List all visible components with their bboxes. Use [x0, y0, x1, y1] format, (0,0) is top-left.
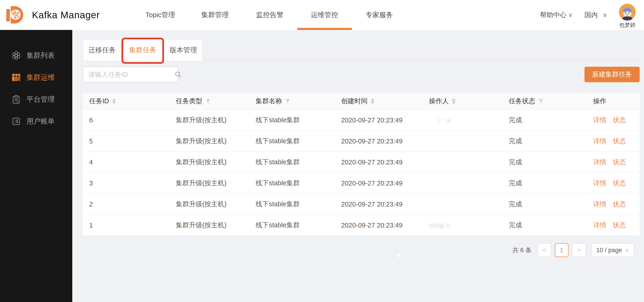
- nav-monitor-alert[interactable]: 监控告警: [242, 0, 297, 30]
- cell-task-status: 完成: [502, 116, 587, 125]
- cell-cluster-name: 线下stable集群: [249, 116, 335, 125]
- tab-migration-tasks[interactable]: 迁移任务: [83, 39, 122, 61]
- filter-icon[interactable]: [285, 99, 290, 104]
- table-row: 4 集群升级(按主机) 线下stable集群 2020-09-27 20:23:…: [83, 152, 640, 173]
- sidebar-item-user-billing[interactable]: 用户账单: [0, 110, 72, 132]
- cell-task-id: 2: [83, 201, 170, 208]
- cell-task-type: 集群升级(按主机): [170, 200, 249, 209]
- chevron-down-icon: ∨: [568, 12, 572, 19]
- sort-icon[interactable]: [371, 98, 374, 104]
- status-link[interactable]: 状态: [613, 179, 626, 188]
- app-title: Kafka Manager: [32, 10, 100, 21]
- column-header-task-status: 任务状态: [502, 97, 587, 106]
- detail-link[interactable]: 详情: [593, 116, 606, 125]
- cluster-tasks-table: 任务ID 任务类型 集群名称 创建时间 操作人: [83, 93, 640, 236]
- cell-task-id: 3: [83, 180, 170, 187]
- sidebar-item-cluster-list[interactable]: 集群列表: [0, 45, 72, 66]
- sort-icon[interactable]: [452, 98, 456, 104]
- top-nav: Topic管理 集群管理 监控告警 运维管控 专家服务: [133, 0, 406, 30]
- detail-link[interactable]: 详情: [593, 158, 606, 167]
- cell-created-time: 2020-09-27 20:23:49: [335, 159, 422, 166]
- detail-link[interactable]: 详情: [593, 137, 606, 146]
- kafka-manager-logo-icon: [6, 4, 26, 26]
- tab-cluster-tasks[interactable]: 集群任务: [123, 39, 162, 61]
- billing-table-icon: $: [11, 72, 22, 83]
- cell-created-time: 2020-09-27 20:23:49: [335, 137, 422, 145]
- avatar: [619, 4, 636, 21]
- cell-task-id: 4: [83, 159, 170, 166]
- page-number-button[interactable]: 1: [555, 243, 568, 257]
- app-header: Kafka Manager Topic管理 集群管理 监控告警 运维管控 专家服…: [0, 0, 644, 30]
- clipboard-icon: [11, 94, 22, 105]
- table-row: 2 集群升级(按主机) 线下stable集群 2020-09-27 20:23:…: [83, 194, 640, 215]
- status-link[interactable]: 状态: [613, 137, 626, 146]
- column-header-operator: 操作人: [422, 97, 502, 106]
- task-id-search-input[interactable]: [88, 71, 174, 78]
- user-name: 包梦婷: [619, 22, 636, 29]
- nav-expert-service[interactable]: 专家服务: [352, 0, 406, 30]
- status-link[interactable]: 状态: [613, 116, 626, 125]
- tabs-bar: 迁移任务 集群任务 版本管理: [83, 39, 640, 61]
- detail-link[interactable]: 详情: [593, 179, 606, 188]
- table-row: 6 集群升级(按主机) 线下stable集群 2020-09-27 20:23:…: [83, 109, 640, 130]
- cell-created-time: 2020-09-27 20:23:49: [335, 116, 422, 124]
- detail-link[interactable]: 详情: [593, 200, 606, 209]
- cell-task-status: 完成: [502, 200, 587, 209]
- cell-cluster-name: 线下stable集群: [249, 200, 335, 209]
- cell-task-type: 集群升级(按主机): [170, 137, 249, 146]
- search-icon[interactable]: [174, 71, 182, 78]
- honeycomb-icon: [11, 50, 22, 61]
- filter-icon[interactable]: [206, 99, 210, 104]
- cell-task-status: 完成: [502, 179, 587, 188]
- prev-page-button[interactable]: <: [538, 243, 551, 257]
- sidebar-item-cluster-ops[interactable]: $ 集群运维: [0, 66, 72, 88]
- chevron-down-icon: ∨: [625, 247, 629, 253]
- region-selector[interactable]: 国内 ∨: [584, 11, 607, 20]
- table-row: 3 集群升级(按主机) 线下stable集群 2020-09-27 20:23:…: [83, 173, 640, 194]
- cell-cluster-name: 线下stable集群: [249, 158, 335, 167]
- tab-version-management[interactable]: 版本管理: [164, 39, 203, 61]
- table-row: 5 集群升级(按主机) 线下stable集群 2020-09-27 20:23:…: [83, 130, 640, 152]
- pagination-total: 共 6 条: [512, 246, 532, 254]
- pagination: 共 6 条 < 1 > 10 / page ∨: [83, 243, 640, 257]
- sidebar-item-label: 集群运维: [26, 73, 55, 82]
- table-header-row: 任务ID 任务类型 集群名称 创建时间 操作人: [83, 93, 640, 109]
- app-logo[interactable]: Kafka Manager: [6, 0, 100, 30]
- nav-topic-management[interactable]: Topic管理: [133, 0, 188, 30]
- cell-task-id: 1: [83, 222, 170, 229]
- filter-icon[interactable]: [538, 99, 544, 104]
- help-center-menu[interactable]: 帮助中心 ∨: [540, 11, 572, 20]
- svg-text:$: $: [18, 78, 19, 81]
- table-row: 1 集群升级(按主机) 线下stable集群 2020-09-27 20:23:…: [83, 215, 640, 236]
- task-search-box: [83, 66, 178, 82]
- sidebar-item-label: 集群列表: [26, 51, 55, 60]
- status-link[interactable]: 状态: [613, 221, 626, 230]
- create-cluster-task-button[interactable]: 新建集群任务: [584, 67, 640, 82]
- nav-ops-control[interactable]: 运维管控: [297, 0, 352, 30]
- column-header-actions: 操作: [587, 97, 640, 106]
- main-content: 迁移任务 集群任务 版本管理 新建集群任务 任务ID 任务类型: [72, 30, 644, 302]
- next-page-button[interactable]: >: [572, 243, 586, 257]
- status-link[interactable]: 状态: [613, 200, 626, 209]
- column-header-cluster-name: 集群名称: [249, 97, 335, 106]
- cell-task-id: 5: [83, 137, 170, 145]
- sidebar-item-platform-management[interactable]: 平台管理: [0, 88, 72, 110]
- cell-created-time: 2020-09-27 20:23:49: [335, 222, 422, 229]
- cell-created-time: 2020-09-27 20:23:49: [335, 201, 422, 208]
- cell-cluster-name: 线下stable集群: [249, 221, 335, 230]
- status-link[interactable]: 状态: [613, 158, 626, 167]
- cell-task-type: 集群升级(按主机): [170, 158, 249, 167]
- sidebar: 集群列表 $ 集群运维 平台管理: [0, 30, 72, 302]
- nav-cluster-management[interactable]: 集群管理: [188, 0, 242, 30]
- column-header-task-id: 任务ID: [83, 97, 170, 106]
- sort-icon[interactable]: [112, 98, 116, 104]
- column-header-task-type: 任务类型: [170, 97, 249, 106]
- cell-cluster-name: 线下stable集群: [249, 179, 335, 188]
- user-menu[interactable]: 包梦婷: [619, 4, 636, 29]
- sidebar-item-label: 用户账单: [26, 116, 55, 126]
- page-size-select[interactable]: 10 / page ∨: [591, 243, 634, 257]
- cell-created-time: 2020-09-27 20:23:49: [335, 180, 422, 187]
- toolbar: 新建集群任务: [83, 66, 640, 82]
- detail-link[interactable]: 详情: [593, 221, 606, 230]
- chevron-right-icon: >: [577, 246, 581, 254]
